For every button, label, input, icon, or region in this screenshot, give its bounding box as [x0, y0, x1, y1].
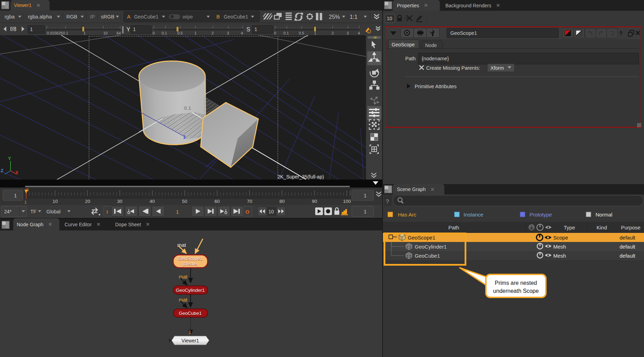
svg-text:0.5: 0.5	[177, 31, 183, 35]
svg-text:sRGB: sRGB	[101, 14, 114, 20]
svg-text:1: 1	[188, 329, 191, 335]
svg-text:Viewer1: Viewer1	[182, 338, 199, 343]
svg-text:24*: 24*	[4, 209, 12, 214]
svg-text:Prims are nested: Prims are nested	[495, 280, 537, 286]
svg-text:Prototype: Prototype	[530, 212, 552, 218]
svg-text:0.1: 0.1	[63, 31, 68, 35]
svg-text:I: I	[106, 209, 108, 215]
svg-text:1: 1	[194, 31, 197, 35]
svg-text:30: 30	[117, 199, 122, 204]
svg-text:Scope: Scope	[553, 235, 568, 241]
svg-text:B: B	[216, 14, 220, 20]
svg-text:default: default	[620, 244, 636, 250]
svg-text:10: 10	[387, 16, 392, 21]
svg-text:90: 90	[312, 199, 317, 204]
svg-text:i: i	[368, 30, 369, 33]
svg-text:rgba.alpha: rgba.alpha	[28, 14, 52, 20]
svg-text:0: 0	[274, 31, 276, 35]
svg-text:60: 60	[214, 199, 220, 204]
svg-text:1: 1	[364, 193, 367, 198]
svg-text:TF: TF	[30, 209, 36, 214]
svg-text:1: 1	[30, 26, 33, 32]
svg-text:Z: Z	[1, 168, 3, 173]
svg-text:1: 1	[27, 188, 29, 192]
svg-text:25%: 25%	[329, 14, 340, 20]
svg-text:3: 3	[227, 31, 229, 35]
svg-text:4: 4	[358, 31, 360, 35]
svg-text:70: 70	[247, 199, 252, 204]
svg-text:1: 1	[364, 209, 367, 214]
svg-text:3: 3	[347, 31, 349, 35]
svg-text:Mesh: Mesh	[553, 244, 566, 250]
svg-text:1:1: 1:1	[350, 14, 357, 20]
svg-text:1: 1	[24, 200, 27, 204]
svg-text:A: A	[127, 14, 131, 20]
svg-text:Y: Y	[8, 156, 11, 161]
svg-text:1: 1	[254, 26, 257, 32]
svg-text:?: ?	[619, 31, 623, 37]
svg-text:wipe: wipe	[182, 14, 193, 20]
svg-text:Path: Path	[405, 56, 416, 61]
svg-text:4: 4	[241, 31, 243, 35]
svg-text:0.5: 0.5	[299, 31, 304, 35]
svg-text:GeoCylinder1: GeoCylinder1	[176, 288, 205, 293]
svg-text:GeoScope: GeoScope	[392, 42, 415, 47]
svg-text:Normal: Normal	[595, 212, 612, 218]
svg-text:f/8: f/8	[10, 26, 16, 32]
svg-text:1: 1	[83, 31, 86, 35]
svg-text:rgba: rgba	[5, 14, 15, 20]
svg-text:100: 100	[343, 199, 351, 204]
svg-text:Primitive Attributes: Primitive Attributes	[415, 84, 457, 89]
svg-text:Global: Global	[46, 209, 60, 214]
svg-text:2: 2	[332, 31, 334, 35]
svg-text:default: default	[620, 235, 636, 241]
svg-text:10: 10	[103, 31, 108, 35]
svg-text:20: 20	[85, 199, 90, 204]
svg-text:RGB: RGB	[66, 14, 77, 20]
svg-text:1: 1	[14, 193, 17, 198]
svg-text:?: ?	[386, 198, 389, 205]
svg-text:default: default	[620, 253, 636, 259]
svg-text:10: 10	[52, 199, 58, 204]
svg-text:GeoScope1: GeoScope1	[178, 256, 202, 261]
svg-text:S: S	[246, 26, 250, 32]
svg-text:GeoCube1: GeoCube1	[224, 14, 248, 20]
svg-text:GeoCube1: GeoCube1	[179, 311, 201, 316]
svg-text:0.015625: 0.015625	[47, 31, 63, 35]
svg-text:mat: mat	[179, 274, 188, 280]
svg-text:0.1: 0.1	[283, 31, 289, 35]
svg-text:10: 10	[268, 209, 274, 214]
svg-text:Y: Y	[126, 26, 130, 33]
svg-text:IP: IP	[90, 14, 95, 20]
svg-text:64: 64	[117, 31, 121, 35]
svg-text:GeoScope1: GeoScope1	[450, 30, 477, 36]
svg-text:Xform: Xform	[490, 65, 504, 71]
svg-text:O: O	[245, 209, 250, 215]
svg-text:1: 1	[314, 31, 316, 35]
svg-text:40: 40	[149, 199, 155, 204]
svg-text:Has Arc: Has Arc	[398, 212, 416, 218]
svg-text:GeoCube1: GeoCube1	[134, 14, 158, 20]
svg-text:80: 80	[279, 199, 284, 204]
svg-text:1: 1	[183, 134, 186, 140]
svg-text:mat: mat	[177, 242, 186, 248]
svg-text:Purpose: Purpose	[621, 225, 641, 230]
svg-text:1: 1	[176, 209, 179, 215]
svg-text:1: 1	[133, 26, 136, 32]
svg-text:0.1: 0.1	[184, 105, 191, 111]
svg-text:Path: Path	[449, 225, 459, 230]
svg-text:{nodename}: {nodename}	[422, 56, 449, 61]
svg-text:underneath Scope: underneath Scope	[493, 288, 539, 294]
svg-text:Instance: Instance	[464, 212, 483, 218]
svg-text:2K_Super_35(full-ap): 2K_Super_35(full-ap)	[277, 174, 324, 180]
svg-text:Mesh: Mesh	[553, 253, 566, 259]
svg-text:0: 0	[153, 31, 155, 35]
svg-text:Kind: Kind	[597, 225, 607, 230]
svg-text:Node: Node	[425, 43, 437, 48]
svg-text:mat: mat	[179, 297, 188, 303]
svg-text:(create): (create)	[182, 261, 199, 266]
svg-text:Type: Type	[564, 225, 575, 230]
svg-text:X: X	[15, 170, 18, 175]
svg-text:50: 50	[182, 199, 187, 204]
svg-text:Create Missing Parents:: Create Missing Parents:	[426, 65, 480, 71]
